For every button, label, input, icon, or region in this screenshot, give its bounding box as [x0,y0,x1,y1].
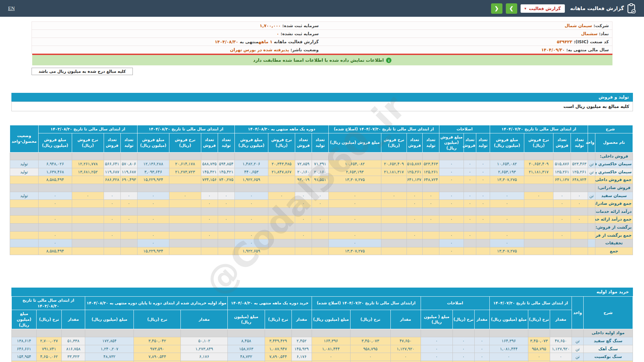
status-cell [10,152,38,160]
value-cell: ۰ [439,239,464,247]
value-cell: ۰ [104,192,120,200]
table-row: جمع مواد اولیه داخلی۰۰۱,۲۴۵,۸۴۰۰۰۰۰۰۱,۲۴… [12,361,633,362]
value-cell: ۰ [120,200,137,208]
value-cell: ۲۱,۸۴۷,۸۶۷ [268,168,295,176]
value-cell: ۰ [553,216,571,224]
value-cell: ۱۶۴,۳۹۶ [312,337,350,345]
value-cell: ۰ [421,337,452,345]
value-cell: ۰ [134,361,181,362]
value-cell [85,329,134,337]
value-cell: ۱۳,۶۸۱,۲۵۲ [72,168,104,176]
next-report-button[interactable]: ❯ [506,3,517,14]
value-cell [169,207,201,216]
value-cell: ۱۲۵,۲۶۱ [571,168,588,176]
value-cell: ۵۱,۳۳۸ [62,337,85,345]
column-header: تعداد فروش [553,133,571,152]
value-cell: ۰ [234,231,268,239]
value-cell: ۰ [137,239,169,247]
value-cell: ۲,۶۵۳,۱۹۳ [490,168,524,176]
value-cell: ۰ [476,200,490,208]
value-cell [524,207,553,216]
value-cell: ۰ [474,353,489,361]
value-cell [234,207,268,216]
column-group-header: واحد [572,297,583,329]
value-cell [381,200,407,208]
value-cell [550,329,572,337]
value-cell: ۱,۹۲۲,۶۵۹ [234,247,268,255]
value-cell [218,239,234,247]
value-cell: ۰ [312,200,328,208]
value-cell [476,184,490,192]
value-cell: ۰ [295,216,312,224]
value-cell: ۱,۰۸۱,۴۴۴ [489,345,528,353]
value-cell: ۰ [490,192,524,200]
value-cell [464,184,476,192]
value-cell [295,207,312,216]
value-cell: ۰ [381,192,407,200]
row-label: جمع درآمد ارائه خدمات [595,216,633,224]
table-row: سنگ آهکتن۱,۱۲۷,۹۲۰۹۵۸,۷۹۵۱,۰۸۱,۴۴۴۰۰۰۱,۱… [12,345,633,353]
value-cell: ۰ [474,361,489,362]
value-cell: ۲۰,۱۶۰ [295,168,312,176]
value-cell [381,184,407,192]
value-cell [464,207,476,216]
info-row: سال مالی منتهی به: ۱۴۰۴/۰۹/۳۰وضعیت ناشر:… [32,46,612,54]
table-row: تخفیفات۰۰۰۰۰۰ [10,239,633,247]
value-cell: ۰ [38,239,72,247]
value-cell [234,224,268,232]
value-cell [268,216,295,224]
column-header: مقدار [390,310,421,329]
column-header: نرخ (ریال) [134,310,181,329]
value-cell: ۰ [268,192,295,200]
sales-table-wrapper: @Codal360_ir شرحاز ابتدای سال مالی تا تا… [11,125,633,255]
value-cell [553,239,571,247]
value-cell: ۱۴۵,۴۲۱ [201,168,218,176]
value-cell [422,152,439,160]
value-cell [72,224,104,232]
column-header: تعداد تولید [120,133,137,152]
value-cell: ۱,۹۲۲,۶۵۹ [234,176,268,184]
value-cell: ۱۳,۳۰۷,۲۷۵ [328,247,381,255]
table-row: برگشت از فروش: [10,224,633,232]
value-cell: ۰ [390,353,421,361]
table-row: مواد اولیه داخلی [12,329,633,337]
value-cell: ۲۰,۳۴۳,۴۸۵ [268,160,295,168]
column-header: نرخ فروش (ریال) [381,133,407,152]
value-cell [381,247,407,255]
page: گزارش فعالیت ماهانه گزارش فعالیت ▾ ❯ ❮ E… [0,0,644,362]
value-cell [120,247,137,255]
info-row: کد صنعت (ISIC): ۵۳۹۴۲۳گزارش فعالیت ماهان… [32,38,612,46]
value-cell [234,152,268,160]
row-label: سیمان سفید [595,192,633,200]
report-type-dropdown[interactable]: گزارش فعالیت ▾ [521,4,565,13]
table-row: سیمان خاکستري فله تیپ ۲تن۵۲۳,۴۶۳۵۱۵,۸۷۶۲… [10,160,633,168]
column-header: تعداد تولید [422,133,439,152]
value-cell: ۰ [464,216,476,224]
value-cell [295,247,312,255]
value-cell [571,239,588,247]
value-cell: ۴۷,۶۵۰ [550,337,572,345]
value-cell [169,152,201,160]
value-cell [312,184,328,192]
value-cell: ۰ [328,231,381,239]
language-switch-link[interactable]: EN [8,6,15,11]
value-cell: ۰ [137,216,169,224]
column-group-header: از ابتدای سال مالی تا تاریخ ۱۴۰۴/۰۷/۳۰ [490,125,588,133]
value-cell: ۰ [265,361,291,362]
value-cell [104,152,120,160]
unit-cell [588,176,595,184]
row-label: برگشت از فروش: [595,224,633,232]
column-header: تعداد تولید [218,133,234,152]
value-cell [328,207,381,216]
column-header: مقدار [62,310,85,329]
column-header: نام محصول [595,133,633,152]
value-cell: ۸,۵۸۵,۴۹۴ [38,247,72,255]
column-header: مبلغ (میلیون ریال) [228,310,265,329]
value-cell [439,224,464,232]
value-cell [169,200,201,208]
value-cell: ۱۱۹,۶۸۷ [104,168,120,176]
value-cell [72,247,104,255]
table-row: سیمان سفیدتن۰۰۰۰۰۰۰۰۰۰۰۰۰۰۰۰۰۰۰۰۰۰۰تولید [10,192,633,200]
value-cell: ۰ [407,200,422,208]
previous-report-button[interactable]: ❮ [491,3,502,14]
